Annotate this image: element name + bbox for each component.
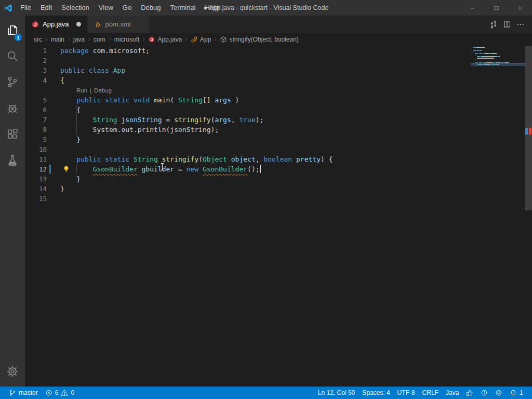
- breadcrumb-item[interactable]: com: [94, 36, 105, 43]
- minimap-line: [473, 51, 525, 52]
- activity-debug[interactable]: [0, 95, 25, 121]
- breadcrumb-item[interactable]: JApp.java: [148, 36, 182, 43]
- codelens-debug[interactable]: Debug: [94, 87, 112, 94]
- code-line[interactable]: 9 }: [25, 135, 532, 144]
- code-content[interactable]: String jsonString = stringify(args, true…: [60, 115, 263, 125]
- code-content[interactable]: }: [60, 184, 64, 194]
- open-changes-icon[interactable]: [489, 20, 498, 29]
- breadcrumb-separator-icon: [44, 36, 49, 42]
- code-line[interactable]: 3public class App: [25, 65, 532, 75]
- tweet-feedback[interactable]: [491, 389, 506, 396]
- code-content[interactable]: {: [60, 75, 64, 85]
- codelens-run[interactable]: Run: [76, 87, 87, 94]
- code-content[interactable]: public static String stringify(Object ob…: [60, 154, 332, 164]
- tab-label: pom.xml: [105, 20, 131, 28]
- language-mode[interactable]: Java: [442, 389, 462, 396]
- more-actions-icon[interactable]: [516, 20, 525, 29]
- activity-manage[interactable]: [0, 358, 25, 384]
- code-line[interactable]: 7 String jsonString = stringify(args, tr…: [25, 115, 532, 125]
- encoding[interactable]: UTF-8: [394, 389, 419, 396]
- code-line[interactable]: 15: [25, 194, 532, 204]
- minimap-line: [473, 58, 525, 59]
- code-content[interactable]: }: [60, 174, 81, 184]
- menu-go[interactable]: Go: [118, 0, 136, 16]
- breadcrumb-item[interactable]: java: [73, 36, 85, 43]
- breadcrumb-item[interactable]: src: [34, 36, 42, 43]
- menu-view[interactable]: View: [94, 0, 118, 16]
- code-content[interactable]: public class App: [60, 65, 125, 75]
- code-line[interactable]: 5 public static void main( String[] args…: [25, 95, 532, 105]
- svg-text:J: J: [151, 37, 153, 42]
- breadcrumb-item[interactable]: stringify(Object, boolean): [220, 36, 298, 43]
- java-file-icon: J: [31, 20, 39, 29]
- minimap-line: [473, 65, 525, 66]
- line-number[interactable]: 4: [25, 75, 60, 85]
- code-line[interactable]: 10: [25, 144, 532, 154]
- code-content[interactable]: package com.microsoft;: [60, 46, 150, 56]
- code-line[interactable]: 6 {: [25, 105, 532, 115]
- line-number[interactable]: 12: [25, 164, 60, 174]
- code-line[interactable]: 12 GsonBuilder gbuilder = new GsonBuilde…: [25, 164, 532, 174]
- line-number[interactable]: 15: [25, 194, 60, 204]
- code-content[interactable]: GsonBuilder gbuilder = new GsonBuilder()…: [60, 164, 261, 174]
- code-line[interactable]: 2: [25, 56, 532, 65]
- code-content[interactable]: System.out.println(jsonString);: [60, 125, 219, 135]
- close-button[interactable]: [508, 0, 532, 16]
- line-number[interactable]: 2: [25, 56, 60, 65]
- indentation[interactable]: Spaces: 4: [358, 389, 393, 396]
- code-content[interactable]: }: [60, 135, 81, 144]
- activity-source-control[interactable]: [0, 69, 25, 95]
- code-editor[interactable]: 1package com.microsoft;23public class Ap…: [25, 46, 532, 387]
- code-content[interactable]: {: [60, 105, 81, 115]
- line-number[interactable]: 9: [25, 135, 60, 144]
- tab-app-java[interactable]: JApp.java: [25, 16, 88, 33]
- eol-sequence[interactable]: CRLF: [419, 389, 442, 396]
- code-line[interactable]: 8 System.out.println(jsonString);: [25, 125, 532, 135]
- minimap-line: [473, 61, 525, 62]
- code-line[interactable]: 13 }: [25, 174, 532, 184]
- codelens-separator: |: [90, 87, 91, 94]
- line-number[interactable]: 7: [25, 115, 60, 125]
- breadcrumb-item[interactable]: App: [191, 36, 211, 43]
- line-number[interactable]: 8: [25, 125, 60, 135]
- minimap[interactable]: [473, 47, 525, 70]
- line-number[interactable]: 6: [25, 105, 60, 115]
- activity-search[interactable]: [0, 43, 25, 69]
- menu-selection[interactable]: Selection: [57, 0, 94, 16]
- java-server-status[interactable]: [477, 389, 491, 396]
- activity-bar: 1: [0, 16, 25, 387]
- git-branch-status[interactable]: master: [5, 387, 42, 399]
- activity-test[interactable]: [0, 147, 25, 173]
- maximize-button[interactable]: [484, 0, 508, 16]
- menu-terminal[interactable]: Terminal: [165, 0, 200, 16]
- cursor-position[interactable]: Ln 12, Col 50: [314, 389, 358, 396]
- line-number[interactable]: 10: [25, 144, 60, 154]
- activity-extensions[interactable]: [0, 121, 25, 147]
- code-content[interactable]: public static void main( String[] args ): [60, 95, 239, 105]
- code-line[interactable]: 11 public static String stringify(Object…: [25, 154, 532, 164]
- tab-pom-xml[interactable]: pom.xml: [88, 16, 150, 33]
- notifications[interactable]: 1: [506, 389, 527, 396]
- menu-edit[interactable]: Edit: [36, 0, 57, 16]
- activity-explorer[interactable]: 1: [0, 17, 25, 43]
- line-number[interactable]: 1: [25, 46, 60, 56]
- menu-file[interactable]: File: [16, 0, 36, 16]
- line-number[interactable]: 5: [25, 95, 60, 105]
- vscode-logo-icon: [0, 0, 16, 16]
- code-line[interactable]: 14}: [25, 184, 532, 194]
- line-number[interactable]: 14: [25, 184, 60, 194]
- breadcrumb-item[interactable]: main: [51, 36, 64, 43]
- split-editor-icon[interactable]: [503, 20, 511, 29]
- code-line[interactable]: 4{: [25, 75, 532, 85]
- code-line[interactable]: 1package com.microsoft;: [25, 46, 532, 56]
- vertical-scrollbar[interactable]: [525, 46, 532, 210]
- minimize-button[interactable]: [460, 0, 484, 16]
- problems-status[interactable]: 60: [42, 387, 78, 399]
- menu-debug[interactable]: Debug: [136, 0, 165, 16]
- line-number[interactable]: 13: [25, 174, 60, 184]
- line-number[interactable]: 11: [25, 154, 60, 164]
- breadcrumb-item[interactable]: microsoft: [114, 36, 140, 43]
- feedback-thumbsup[interactable]: [462, 389, 477, 396]
- line-number[interactable]: 3: [25, 65, 60, 75]
- lightbulb-icon[interactable]: [62, 165, 70, 173]
